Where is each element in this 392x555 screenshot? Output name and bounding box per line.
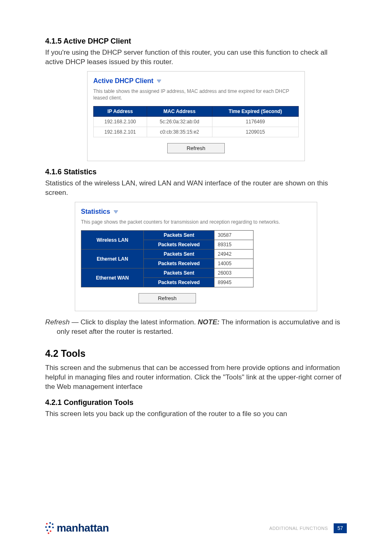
- heading-42: 4.2 Tools: [45, 348, 347, 359]
- dhcp-th-ip: IP Address: [94, 106, 147, 117]
- stats-val-elan-sent: 24942: [214, 250, 254, 259]
- chevron-down-icon[interactable]: [156, 78, 162, 84]
- heading-421: 4.2.1 Configuration Tools: [45, 398, 347, 407]
- active-dhcp-panel: Active DHCP Client This table shows the …: [87, 71, 305, 161]
- stats-label-sent: Packets Sent: [144, 250, 214, 259]
- para-416: Statistics of the wireless LAN, wired LA…: [45, 179, 347, 198]
- page-number-badge: 57: [334, 523, 347, 533]
- dhcp-cell-ip: 192.168.2.101: [94, 127, 147, 137]
- stats-label-wlan: Wireless LAN: [81, 231, 144, 250]
- logo-text: manhattan: [57, 522, 109, 534]
- dhcp-cell-mac: 5c:26:0a:32:ab:0d: [147, 117, 212, 127]
- stats-label-sent: Packets Sent: [144, 268, 214, 278]
- stats-val-ewan-sent: 26003: [214, 268, 254, 278]
- dhcp-cell-mac: c0:cb:38:35:15:e2: [147, 127, 212, 137]
- stats-label-recv: Packets Received: [144, 240, 214, 250]
- refresh-note: Refresh — Click to display the latest in…: [57, 318, 347, 337]
- dhcp-cell-time: 1176469: [212, 117, 298, 127]
- stats-label-ewan: Ethernet WAN: [81, 268, 144, 287]
- refresh-term: Refresh: [45, 318, 70, 326]
- stats-label-elan: Ethernet LAN: [81, 250, 144, 268]
- dhcp-cell-ip: 192.168.2.100: [94, 117, 147, 127]
- stats-panel-desc: This page shows the packet counters for …: [81, 219, 311, 225]
- dhcp-th-time: Time Expired (Second): [212, 106, 298, 117]
- note-label: NOTE:: [198, 318, 219, 326]
- para-415: If you're using the DHCP server function…: [45, 48, 347, 67]
- stats-val-wlan-sent: 30587: [214, 231, 254, 240]
- refresh-body1: Click to display the latest information.: [81, 318, 198, 326]
- heading-416: 4.1.6 Statistics: [45, 168, 347, 176]
- statistics-panel: Statistics This page shows the packet co…: [75, 202, 317, 311]
- heading-415: 4.1.5 Active DHCP Client: [45, 37, 347, 46]
- manhattan-logo: manhattan: [45, 522, 109, 534]
- para-42: This screen and the submenus that can be…: [45, 363, 347, 392]
- stats-val-elan-recv: 14005: [214, 259, 254, 268]
- table-row: 192.168.2.100 5c:26:0a:32:ab:0d 1176469: [94, 117, 299, 127]
- svg-marker-1: [114, 210, 118, 213]
- svg-marker-0: [157, 80, 161, 83]
- dhcp-panel-title: Active DHCP Client: [93, 77, 153, 85]
- chevron-down-icon[interactable]: [113, 209, 119, 215]
- stats-label-recv: Packets Received: [144, 259, 214, 268]
- stats-panel-title: Statistics: [81, 208, 110, 215]
- stats-label-recv: Packets Received: [144, 278, 214, 287]
- refresh-button[interactable]: Refresh: [138, 293, 196, 303]
- refresh-button[interactable]: Refresh: [167, 143, 225, 153]
- footer-right: ADDITIONAL FUNCTIONS 57: [269, 523, 347, 533]
- dhcp-cell-time: 1209015: [212, 127, 298, 137]
- table-row: 192.168.2.101 c0:cb:38:35:15:e2 1209015: [94, 127, 299, 137]
- page-footer: manhattan ADDITIONAL FUNCTIONS 57: [45, 522, 347, 534]
- dhcp-table: IP Address MAC Address Time Expired (Sec…: [93, 106, 299, 137]
- dhcp-panel-desc: This table shows the assigned IP address…: [93, 88, 299, 101]
- stats-val-wlan-recv: 89315: [214, 240, 254, 250]
- logo-dots-icon: [45, 522, 54, 534]
- stats-val-ewan-recv: 89945: [214, 278, 254, 287]
- dhcp-th-mac: MAC Address: [147, 106, 212, 117]
- stats-label-sent: Packets Sent: [144, 231, 214, 240]
- para-421: This screen lets you back up the configu…: [45, 409, 347, 419]
- refresh-sep: —: [70, 318, 81, 326]
- footer-section-label: ADDITIONAL FUNCTIONS: [269, 526, 328, 531]
- stats-table: Wireless LAN Packets Sent 30587 Packets …: [81, 230, 254, 287]
